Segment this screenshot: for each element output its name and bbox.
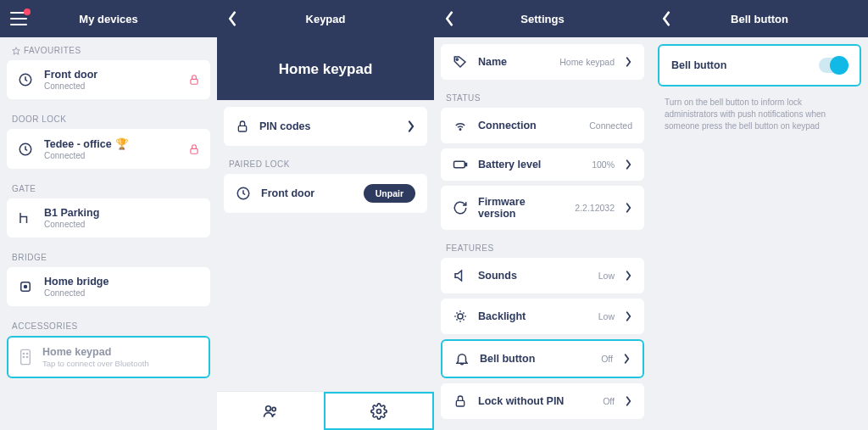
pin-codes-row[interactable]: PIN codes xyxy=(224,107,427,146)
svg-rect-20 xyxy=(465,164,467,166)
row-label: Lock without PIN xyxy=(478,395,593,407)
svg-rect-2 xyxy=(191,79,198,84)
bell-label: Bell button xyxy=(671,59,809,71)
chevron-right-icon xyxy=(623,354,631,364)
clock-icon xyxy=(17,141,34,158)
header: My devices xyxy=(0,0,217,37)
row-value: 100% xyxy=(592,159,615,170)
device-home-keypad[interactable]: Home keypad Tap to connect over Bluetoot… xyxy=(7,336,210,378)
screen-my-devices: My devices FAVOURITES Front door Connect… xyxy=(0,0,217,430)
tab-users[interactable] xyxy=(217,392,324,430)
device-status: Connected xyxy=(44,288,200,298)
header-title: My devices xyxy=(79,13,137,25)
svg-rect-19 xyxy=(454,161,465,168)
section-features: FEATURES xyxy=(434,235,651,258)
row-backlight[interactable]: Backlight Low xyxy=(441,299,644,334)
device-name: Home bridge xyxy=(44,276,200,288)
menu-button[interactable] xyxy=(10,12,27,25)
row-firmware[interactable]: Firmware version 2.2.12032 xyxy=(441,186,644,230)
tag-icon xyxy=(453,54,468,70)
row-bell-button[interactable]: Bell button Off xyxy=(441,339,644,378)
device-status: Connected xyxy=(44,220,200,229)
header: Settings xyxy=(434,0,651,37)
notification-dot xyxy=(24,8,31,15)
chevron-right-icon xyxy=(625,271,632,281)
bottom-tabbar xyxy=(217,391,434,430)
screen-keypad: Keypad Home keypad PIN codes PAIRED LOCK… xyxy=(217,0,434,430)
svg-rect-4 xyxy=(191,148,198,154)
battery-icon xyxy=(453,159,468,170)
row-label: Connection xyxy=(478,120,579,131)
row-name[interactable]: Name Home keypad xyxy=(441,44,644,80)
svg-point-10 xyxy=(23,356,24,357)
keypad-icon xyxy=(19,349,32,366)
bell-toggle[interactable] xyxy=(819,58,848,73)
lock-icon xyxy=(236,119,249,134)
chevron-right-icon xyxy=(625,311,632,321)
paired-lock-name: Front door xyxy=(261,187,353,199)
lock-icon xyxy=(453,394,468,409)
pin-codes-label: PIN codes xyxy=(259,120,397,132)
device-name: Front door xyxy=(44,69,178,81)
row-value: Low xyxy=(598,311,615,321)
unpair-button[interactable]: Unpair xyxy=(364,184,415,203)
bell-help-text: Turn on the bell button to inform lock a… xyxy=(651,92,868,137)
row-value: Connected xyxy=(589,120,632,131)
device-name: Home keypad xyxy=(42,346,149,358)
clock-icon xyxy=(17,71,34,88)
device-name: Tedee - office 🏆 xyxy=(44,137,178,150)
header-title: Settings xyxy=(520,13,564,25)
svg-marker-0 xyxy=(13,47,19,53)
svg-point-18 xyxy=(459,129,461,131)
row-value: Off xyxy=(603,396,615,406)
header: Keypad xyxy=(217,0,434,37)
device-front-door[interactable]: Front door Connected xyxy=(7,60,210,99)
svg-rect-12 xyxy=(238,126,246,131)
header-title: Bell button xyxy=(731,13,788,25)
svg-point-9 xyxy=(26,353,27,354)
refresh-icon xyxy=(453,200,468,215)
svg-point-16 xyxy=(377,409,381,413)
screen-bell-button: Bell button Bell button Turn on the bell… xyxy=(651,0,868,430)
row-value: 2.2.12032 xyxy=(575,203,615,213)
section-favourites: FAVOURITES xyxy=(0,37,217,60)
row-label: Backlight xyxy=(478,310,588,322)
svg-point-17 xyxy=(456,59,458,60)
section-status: STATUS xyxy=(434,85,651,108)
row-sounds[interactable]: Sounds Low xyxy=(441,258,644,293)
row-battery[interactable]: Battery level 100% xyxy=(441,148,644,181)
device-home-bridge[interactable]: Home bridge Connected xyxy=(7,267,210,306)
back-button[interactable] xyxy=(227,11,237,26)
device-name: B1 Parking xyxy=(44,207,200,219)
row-value: Home keypad xyxy=(559,57,615,67)
svg-point-15 xyxy=(272,407,275,410)
section-bridge: BRIDGE xyxy=(0,244,217,267)
clock-icon xyxy=(236,186,251,201)
paired-lock-row: Front door Unpair xyxy=(224,174,427,213)
back-button[interactable] xyxy=(661,11,671,26)
row-label: Battery level xyxy=(478,159,581,170)
svg-point-6 xyxy=(25,286,27,288)
gate-icon xyxy=(17,209,34,226)
svg-point-11 xyxy=(26,356,27,357)
svg-rect-7 xyxy=(21,349,31,364)
back-button[interactable] xyxy=(444,11,454,26)
screen-settings: Settings Name Home keypad STATUS Connect… xyxy=(434,0,651,430)
header-title: Keypad xyxy=(306,13,346,25)
row-value: Off xyxy=(601,354,613,364)
chevron-right-icon xyxy=(625,203,632,213)
wifi-icon xyxy=(453,118,468,133)
bell-toggle-row: Bell button xyxy=(658,44,861,87)
device-b1-parking[interactable]: B1 Parking Connected xyxy=(7,198,210,237)
device-tedee-office[interactable]: Tedee - office 🏆 Connected xyxy=(7,129,210,169)
device-status: Connected xyxy=(44,81,178,91)
row-connection[interactable]: Connection Connected xyxy=(441,108,644,143)
speaker-icon xyxy=(453,268,468,283)
row-label: Bell button xyxy=(480,353,591,365)
row-lock-without-pin[interactable]: Lock without PIN Off xyxy=(441,383,644,419)
section-gate: GATE xyxy=(0,176,217,198)
bridge-icon xyxy=(17,278,34,295)
lock-icon xyxy=(188,73,200,87)
header: Bell button xyxy=(651,0,868,37)
tab-settings[interactable] xyxy=(324,392,434,430)
